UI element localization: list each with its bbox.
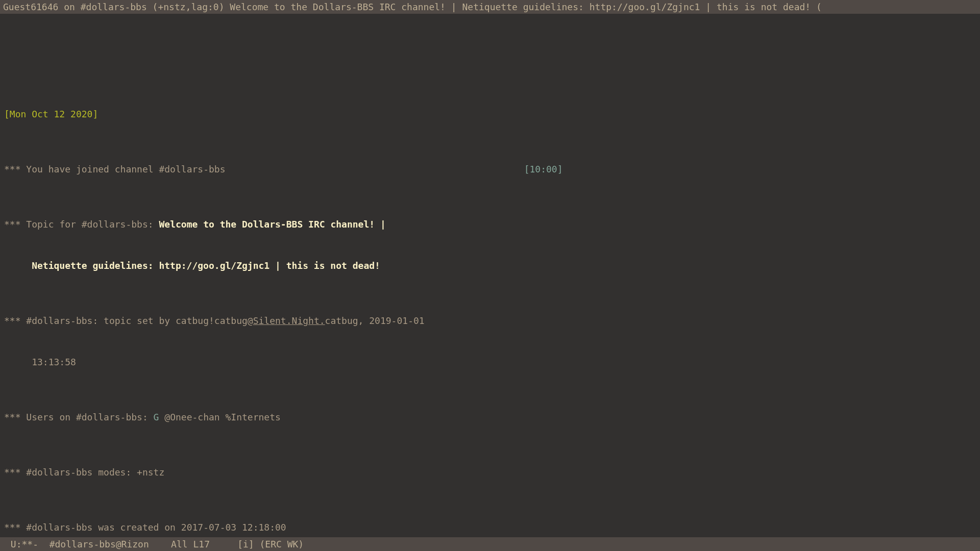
join-notice: *** You have joined channel #dollars-bbs… <box>4 162 976 176</box>
users-notice: *** Users on #dollars-bbs: G @Onee-chan … <box>4 410 976 424</box>
hostmask-link[interactable]: Silent.Night. <box>253 315 325 326</box>
erc-buffer[interactable]: [Mon Oct 12 2020] *** You have joined ch… <box>0 14 980 551</box>
modes-notice: *** #dollars-bbs modes: +nstz <box>4 465 976 479</box>
topic-notice-line1: *** Topic for #dollars-bbs: Welcome to t… <box>4 217 976 231</box>
date-marker: [Mon Oct 12 2020] <box>4 107 976 121</box>
self-nick: G <box>154 412 159 422</box>
blank-space <box>4 41 976 66</box>
mode-line: U:**- #dollars-bbs@Rizon All L17 [i] (ER… <box>0 537 980 551</box>
created-notice: *** #dollars-bbs was created on 2017-07-… <box>4 520 976 534</box>
topic-notice-line2: Netiquette guidelines: http://goo.gl/Zgj… <box>4 259 976 272</box>
header-line: Guest61646 on #dollars-bbs (+nstz,lag:0)… <box>0 0 980 14</box>
topic-set-line2: 13:13:58 <box>4 355 976 369</box>
timestamp: [10:00] <box>524 162 563 176</box>
topic-set-line1: *** #dollars-bbs: topic set by catbug!ca… <box>4 314 976 328</box>
